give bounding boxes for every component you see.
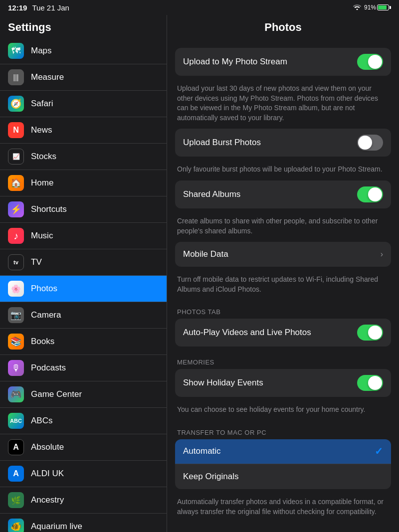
photos-icon: 🌸: [8, 281, 24, 297]
automatic-row[interactable]: Automatic ✓: [175, 439, 391, 464]
sidebar-item-label: Music: [31, 231, 53, 241]
books-icon: 📚: [8, 334, 24, 350]
safari-icon: 🧭: [8, 96, 24, 112]
upload-burst-toggle[interactable]: [357, 135, 383, 151]
holiday-description: You can choose to see holiday events for…: [175, 401, 391, 421]
shared-albums-row[interactable]: Shared Albums: [175, 180, 391, 208]
photo-stream-description: Upload your last 30 days of new photos a…: [175, 80, 391, 129]
sidebar-item-label: Aquarium live: [31, 522, 82, 532]
shared-albums-toggle[interactable]: [357, 186, 383, 202]
show-holiday-events-toggle[interactable]: [357, 375, 383, 391]
upload-photo-stream-right: [357, 54, 383, 70]
memories-section-label: MEMORIES: [175, 351, 391, 369]
gamecenter-icon: 🎮: [8, 386, 24, 402]
sidebar-item-stocks[interactable]: 📈 Stocks: [0, 144, 167, 170]
shared-albums-right: [357, 186, 383, 202]
settings-content: Upload to My Photo Stream Upload your la…: [167, 38, 399, 532]
measure-icon: |||: [8, 69, 24, 85]
photos-tab-section-label: PHOTOS TAB: [175, 300, 391, 319]
show-holiday-events-row[interactable]: Show Holiday Events: [175, 369, 391, 397]
sidebar-item-home[interactable]: 🏠 Home: [0, 170, 167, 196]
transfer-group: Automatic ✓ Keep Originals: [175, 439, 391, 489]
aquarium-icon: 🐠: [8, 519, 24, 532]
auto-play-group: Auto-Play Videos and Live Photos: [175, 319, 391, 347]
chevron-icon: ›: [381, 250, 383, 259]
sidebar-item-label: Stocks: [31, 152, 56, 162]
battery-icon: 91%: [364, 4, 391, 11]
sidebar-item-measure[interactable]: ||| Measure: [0, 64, 167, 91]
status-date: Tue 21 Jan: [32, 3, 69, 12]
sidebar-item-label: Maps: [31, 46, 52, 56]
mobile-data-label: Mobile Data: [183, 249, 228, 259]
show-holiday-events-right: [357, 375, 383, 391]
toggle-thumb: [368, 326, 382, 340]
absolute-icon: A: [8, 439, 24, 455]
battery-shape: [377, 4, 391, 10]
sidebar-item-aldi[interactable]: A ALDI UK: [0, 461, 167, 487]
auto-play-toggle[interactable]: [357, 325, 383, 341]
status-bar: 12:19 Tue 21 Jan 91%: [0, 0, 399, 15]
sidebar-item-camera[interactable]: 📷 Camera: [0, 302, 167, 329]
keep-originals-row[interactable]: Keep Originals: [175, 464, 391, 489]
sidebar-item-music[interactable]: ♪ Music: [0, 223, 167, 249]
upload-burst-right: [357, 135, 383, 151]
sidebar-item-label: Home: [31, 178, 53, 188]
automatic-label: Automatic: [183, 446, 221, 456]
wifi-icon: [353, 3, 361, 11]
transfer-section-label: TRANSFER TO MAC OR PC: [175, 421, 391, 439]
sidebar-item-photos[interactable]: 🌸 Photos: [0, 276, 167, 302]
toggle-thumb: [368, 187, 382, 201]
main-layout: Settings 🗺 Maps ||| Measure 🧭 Safari N N…: [0, 15, 399, 532]
sidebar-item-ancestry[interactable]: 🌿 Ancestry: [0, 487, 167, 514]
sidebar-item-label: Absolute: [31, 442, 64, 452]
sidebar-item-absolute[interactable]: A Absolute: [0, 434, 167, 461]
top-description: [175, 38, 391, 48]
photo-stream-group: Upload to My Photo Stream: [175, 48, 391, 76]
status-icons: 91%: [353, 3, 391, 11]
sidebar-item-abcs[interactable]: ABC ABCs: [0, 408, 167, 434]
shortcuts-icon: ⚡: [8, 201, 24, 217]
home-icon: 🏠: [8, 175, 24, 191]
sidebar-item-maps[interactable]: 🗺 Maps: [0, 38, 167, 64]
auto-play-label: Auto-Play Videos and Live Photos: [183, 328, 311, 338]
sidebar-item-podcasts[interactable]: 🎙 Podcasts: [0, 355, 167, 381]
sidebar-item-label: Game Center: [31, 389, 82, 399]
mobile-data-group: Mobile Data ›: [175, 242, 391, 267]
right-panel: Photos Upload to My Photo Stream Upload …: [167, 15, 399, 532]
upload-burst-row[interactable]: Upload Burst Photos: [175, 129, 391, 157]
sidebar-item-tv[interactable]: tv TV: [0, 249, 167, 276]
toggle-thumb: [358, 136, 372, 150]
upload-photo-stream-row[interactable]: Upload to My Photo Stream: [175, 48, 391, 76]
sidebar: Settings 🗺 Maps ||| Measure 🧭 Safari N N…: [0, 15, 167, 532]
sidebar-item-label: TV: [31, 257, 42, 267]
toggle-thumb: [368, 376, 382, 390]
sidebar-item-safari[interactable]: 🧭 Safari: [0, 91, 167, 117]
upload-photo-stream-toggle[interactable]: [357, 54, 383, 70]
right-panel-header: Photos: [167, 15, 399, 38]
sidebar-item-label: Safari: [31, 99, 53, 109]
sidebar-item-aquarium[interactable]: 🐠 Aquarium live: [0, 514, 167, 532]
abcs-icon: ABC: [8, 413, 24, 429]
sidebar-item-label: Shortcuts: [31, 204, 67, 214]
upload-photo-stream-label: Upload to My Photo Stream: [183, 57, 287, 67]
sidebar-item-label: Photos: [31, 284, 57, 294]
keep-originals-label: Keep Originals: [183, 472, 239, 482]
mobile-data-right: ›: [381, 250, 383, 259]
auto-play-row[interactable]: Auto-Play Videos and Live Photos: [175, 319, 391, 347]
shared-albums-group: Shared Albums: [175, 180, 391, 208]
sidebar-item-label: Books: [31, 337, 54, 347]
mobile-data-description: Turn off mobile data to restrict updates…: [175, 271, 391, 300]
tv-icon: tv: [8, 254, 24, 270]
stocks-icon: 📈: [8, 149, 24, 165]
burst-description: Only favourite burst photos will be uplo…: [175, 161, 391, 180]
sidebar-item-label: Measure: [31, 72, 64, 82]
sidebar-item-news[interactable]: N News: [0, 117, 167, 144]
sidebar-item-books[interactable]: 📚 Books: [0, 329, 167, 355]
sidebar-item-gamecenter[interactable]: 🎮 Game Center: [0, 381, 167, 408]
ancestry-icon: 🌿: [8, 492, 24, 508]
sidebar-item-label: ABCs: [31, 416, 52, 426]
sidebar-item-shortcuts[interactable]: ⚡ Shortcuts: [0, 196, 167, 223]
sidebar-item-label: Podcasts: [31, 363, 66, 373]
burst-photos-group: Upload Burst Photos: [175, 129, 391, 157]
mobile-data-row[interactable]: Mobile Data ›: [175, 242, 391, 267]
